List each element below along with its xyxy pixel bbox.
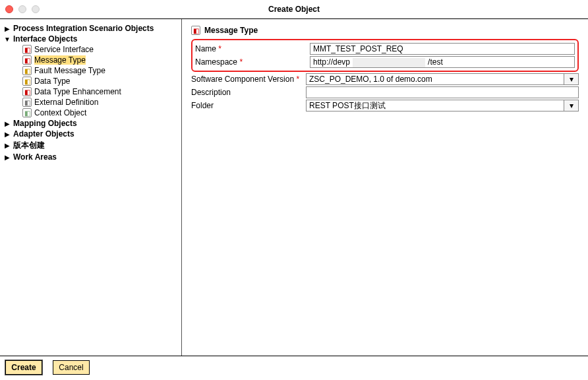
tree-node-scenario[interactable]: ▶ Process Integration Scenario Objects (3, 23, 179, 34)
svc-icon: ◧ (22, 45, 32, 54)
field-namespace: Namespace * http://devp /test (195, 56, 575, 68)
msg-icon: ◧ (22, 55, 32, 65)
field-folder: Folder ▾ (191, 100, 579, 111)
dt-icon: ◧ (22, 77, 32, 86)
folder-label: Folder (191, 101, 306, 110)
field-description: Description (191, 86, 579, 98)
tree-item-label: Data Type Enhancement (34, 87, 121, 96)
chevron-right-icon: ▶ (4, 142, 11, 149)
picker-icon: ▾ (570, 75, 573, 84)
tree-node-adapter[interactable]: ▶ Adapter Objects (3, 129, 179, 139)
chevron-down-icon: ▼ (4, 36, 11, 43)
chevron-right-icon: ▶ (4, 120, 11, 127)
tree-label: Process Integration Scenario Objects (13, 24, 154, 33)
required-mark-icon: * (218, 44, 221, 53)
ext-icon: ◧ (22, 98, 32, 107)
scv-input[interactable] (306, 73, 564, 85)
tree-item-label: External Definition (34, 98, 98, 107)
form-panel: ◧ Message Type Name * Namespace * http:/… (182, 19, 588, 356)
tree-item-label: Service Interface (34, 45, 94, 54)
chevron-right-icon: ▶ (4, 154, 11, 161)
tree-label: Interface Objects (13, 34, 77, 44)
tree-label: Mapping Objects (13, 119, 77, 128)
field-scv: Software Component Version * ▾ (191, 73, 579, 85)
required-mark-icon: * (239, 57, 243, 67)
window-title: Create Object (268, 5, 320, 14)
chevron-right-icon: ▶ (4, 131, 11, 138)
message-type-icon: ◧ (191, 26, 200, 35)
close-icon[interactable] (5, 5, 13, 13)
namespace-label: Namespace (195, 57, 237, 67)
namespace-input[interactable]: http://devp /test (310, 56, 575, 68)
form-header: ◧ Message Type (191, 26, 579, 35)
name-label-wrap: Name * (195, 44, 310, 53)
chevron-right-icon: ▶ (4, 25, 11, 32)
folder-picker-button[interactable]: ▾ (564, 100, 579, 111)
required-mark-icon: * (296, 75, 299, 84)
tree-item[interactable]: ◧Message Type (3, 55, 179, 65)
tree-item-label: Message Type (34, 55, 86, 65)
scv-label-wrap: Software Component Version * (191, 75, 306, 84)
name-label: Name (195, 44, 216, 53)
namespace-redacted (353, 58, 425, 67)
maximize-icon[interactable] (32, 5, 40, 13)
tree-node-mapping[interactable]: ▶ Mapping Objects (3, 118, 179, 129)
tree-item[interactable]: ◧External Definition (3, 97, 179, 108)
object-tree: ▶ Process Integration Scenario Objects ▼… (0, 19, 182, 356)
tree-item[interactable]: ◧Context Object (3, 108, 179, 118)
dte-icon: ◧ (22, 87, 32, 96)
picker-icon: ▾ (570, 101, 573, 110)
tree-item-label: Context Object (34, 108, 86, 117)
tree-node-interface[interactable]: ▼ Interface Objects (3, 34, 179, 44)
scv-picker-button[interactable]: ▾ (564, 73, 579, 85)
description-label: Description (191, 88, 306, 97)
tree-node-version[interactable]: ▶ 版本创建 (3, 139, 179, 152)
namespace-label-wrap: Namespace * (195, 57, 310, 67)
tree-item[interactable]: ◧Data Type (3, 76, 179, 86)
footer: Create Cancel (0, 356, 588, 379)
create-button[interactable]: Create (5, 360, 42, 375)
name-input[interactable] (310, 43, 575, 55)
flt-icon: ◧ (22, 66, 32, 75)
title-bar: Create Object (0, 0, 588, 18)
tree-item-label: Data Type (34, 77, 70, 86)
tree-node-work[interactable]: ▶ Work Areas (3, 152, 179, 162)
highlighted-fields: Name * Namespace * http://devp /test (191, 39, 579, 72)
tree-item[interactable]: ◧Data Type Enhancement (3, 86, 179, 97)
tree-item[interactable]: ◧Fault Message Type (3, 65, 179, 76)
tree-label: Work Areas (13, 152, 57, 162)
ctx-icon: ◧ (22, 108, 32, 117)
tree-item-label: Fault Message Type (34, 66, 105, 75)
body: ▶ Process Integration Scenario Objects ▼… (0, 18, 588, 356)
description-input[interactable] (306, 86, 579, 98)
namespace-value-left: http://devp (310, 57, 353, 67)
tree-label: 版本创建 (13, 140, 45, 151)
folder-input[interactable] (306, 100, 564, 111)
tree-label: Adapter Objects (13, 129, 74, 139)
tree-item[interactable]: ◧Service Interface (3, 44, 179, 55)
minimize-icon[interactable] (18, 5, 26, 13)
cancel-button[interactable]: Cancel (53, 360, 90, 375)
window-controls (5, 5, 40, 13)
field-name: Name * (195, 43, 575, 55)
namespace-value-right: /test (425, 57, 446, 67)
form-title: Message Type (204, 26, 258, 35)
scv-label: Software Component Version (191, 75, 294, 84)
